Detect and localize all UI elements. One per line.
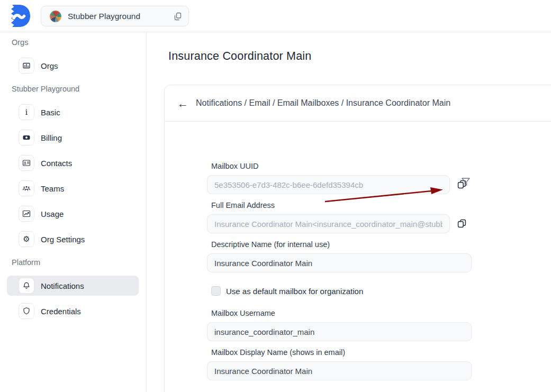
mailbox-detail-card: ← Notifications / Email / Email Mailboxe…	[164, 85, 551, 392]
sidebar-item-label: Contacts	[41, 159, 72, 168]
info-icon: i	[19, 104, 34, 120]
sidebar-item-label: Usage	[41, 209, 64, 218]
field-label: Mailbox Username	[211, 309, 551, 317]
shield-icon	[19, 303, 34, 319]
sidebar-item-contacts[interactable]: Contacts	[7, 153, 139, 173]
bell-icon	[19, 278, 34, 294]
stubber-logo[interactable]	[6, 4, 31, 28]
sidebar-item-label: Notifications	[41, 281, 84, 290]
chart-icon	[19, 206, 34, 222]
page-title: Insurance Coordinator Main	[168, 49, 312, 63]
sidebar-item-label: Org Settings	[41, 235, 85, 244]
field-descriptive-name: Descriptive Name (for internal use)	[207, 241, 551, 272]
sidebar-item-basic[interactable]: i Basic	[7, 102, 139, 122]
contact-card-icon	[19, 155, 34, 171]
field-label: Full Email Address	[211, 202, 551, 209]
sidebar-section-org: Stubber Playground	[12, 85, 134, 93]
sidebar-item-billing[interactable]: Billing	[7, 127, 139, 148]
sidebar-section-orgs: Orgs	[12, 38, 134, 47]
sidebar-item-label: Orgs	[41, 61, 58, 70]
sidebar-item-usage[interactable]: Usage	[7, 204, 139, 224]
banknote-icon	[19, 130, 34, 145]
copy-icon[interactable]	[174, 12, 182, 21]
field-label: Descriptive Name (for internal use)	[211, 241, 551, 249]
default-mailbox-checkbox-row: Use as default mailbox for organization	[211, 286, 551, 296]
people-icon	[19, 180, 34, 196]
topbar: Stubber Playground	[0, 0, 551, 32]
stubber-logo-icon	[6, 21, 31, 29]
sidebar-section-platform: Platform	[12, 258, 134, 267]
sidebar-item-label: Credentials	[41, 307, 81, 316]
mailbox-username-input[interactable]	[207, 322, 472, 341]
main-content: Insurance Coordinator Main ← Notificatio…	[147, 32, 551, 392]
filter-button[interactable]	[459, 176, 473, 190]
org-switcher-button[interactable]: Stubber Playground	[41, 6, 189, 26]
field-full-email: Full Email Address	[207, 202, 551, 233]
field-mailbox-uuid: Mailbox UUID	[207, 162, 551, 194]
sidebar-item-label: Billing	[41, 133, 62, 142]
default-mailbox-checkbox[interactable]	[211, 286, 221, 296]
field-mailbox-username: Mailbox Username	[207, 309, 551, 341]
field-label: Mailbox UUID	[211, 162, 551, 170]
card-header: ← Notifications / Email / Email Mailboxe…	[165, 85, 551, 122]
sidebar-item-org-settings[interactable]: ⚙ Org Settings	[7, 229, 139, 249]
full-email-input[interactable]	[207, 214, 450, 233]
org-building-icon	[19, 58, 34, 74]
copy-email-button[interactable]	[457, 219, 466, 229]
field-display-name: Mailbox Display Name (shows in email)	[207, 349, 551, 380]
checkbox-label: Use as default mailbox for organization	[226, 287, 363, 296]
org-name: Stubber Playground	[68, 12, 174, 21]
breadcrumb: Notifications / Email / Email Mailboxes …	[196, 98, 450, 108]
mailbox-uuid-input[interactable]	[207, 175, 450, 194]
sidebar-item-label: Basic	[41, 108, 60, 117]
sidebar-item-teams[interactable]: Teams	[7, 178, 139, 198]
field-label: Mailbox Display Name (shows in email)	[211, 349, 551, 357]
funnel-icon	[461, 181, 471, 189]
gear-icon: ⚙	[19, 231, 34, 247]
sidebar-item-label: Teams	[41, 184, 64, 193]
back-button[interactable]: ←	[175, 97, 191, 110]
org-avatar	[50, 11, 61, 22]
sidebar-item-orgs[interactable]: Orgs	[7, 56, 139, 76]
descriptive-name-input[interactable]	[207, 253, 472, 272]
card-body: Mailbox UUID Full Email Address	[165, 122, 551, 392]
sidebar-item-credentials[interactable]: Credentials	[7, 301, 139, 321]
sidebar-item-notifications[interactable]: Notifications	[7, 276, 139, 296]
sidebar: Orgs Orgs Stubber Playground i Basic Bil…	[0, 32, 147, 392]
display-name-input[interactable]	[207, 361, 472, 380]
